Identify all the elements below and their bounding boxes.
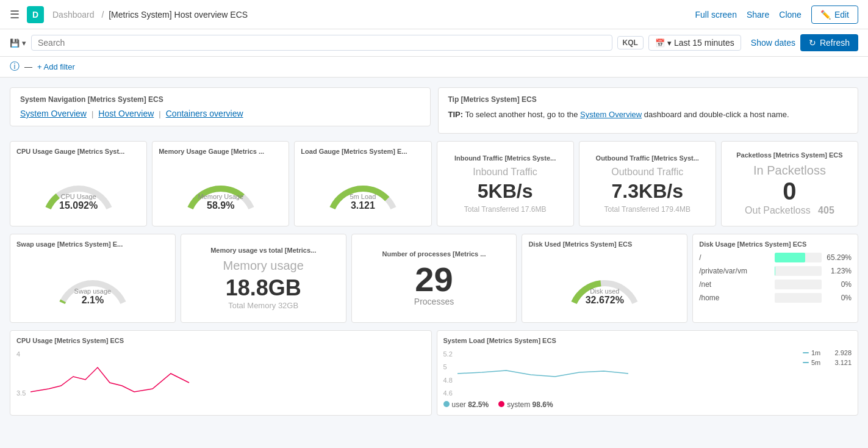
share-link[interactable]: Share [747, 10, 769, 20]
swap-gauge-title: Swap usage [Metrics System] E... [16, 240, 169, 248]
outbound-traffic-card: Outbound Traffic [Metrics Syst... Outbou… [579, 141, 716, 226]
disk-usage-title: Disk Usage [Metrics System] ECS [699, 240, 852, 248]
mem-total-sub: Total Memory 32GB [228, 301, 298, 310]
add-filter-bar: ⓘ — + Add filter [0, 57, 868, 78]
memory-gauge-title: Memory Usage Gauge [Metrics ... [159, 148, 282, 155]
metrics-row-2: Swap usage [Metrics System] E... Swap us… [10, 234, 858, 323]
pencil-icon: ✏️ [820, 10, 831, 20]
system-load-legend: 1m 2.928 5m 3.121 [803, 349, 852, 398]
cpu-chart-title: CPU Usage [Metrics System] ECS [16, 337, 425, 344]
breadcrumb: Dashboard / [Metrics System] Host overvi… [50, 10, 248, 20]
memory-gauge-label: Memory Usage 58.9% [198, 193, 243, 211]
processes-value: 29 [415, 262, 453, 297]
nav-sep-1: | [91, 109, 93, 118]
refresh-button[interactable]: ↻ Refresh [800, 34, 858, 51]
edit-button[interactable]: ✏️ Edit [811, 5, 858, 24]
cpu-chart-card: CPU Usage [Metrics System] ECS 4 3.5 [10, 330, 432, 416]
disk-bar-row: /65.29% [699, 253, 852, 262]
inbound-traffic-title: Inbound Traffic [Metrics Syste... [454, 154, 556, 162]
inbound-value: 5KB/s [478, 180, 533, 203]
disk-used-title: Disk Used [Metrics System] ECS [528, 240, 681, 248]
info-icon[interactable]: ⓘ [10, 60, 20, 73]
load-gauge-label: 5m Load 3.121 [350, 193, 376, 211]
inbound-label: Inbound Traffic [473, 167, 537, 178]
load-gauge-wrap: 5m Load 3.121 [326, 168, 400, 211]
fullscreen-link[interactable]: Full screen [695, 10, 736, 20]
swap-gauge-label: Swap usage 2.1% [74, 287, 112, 306]
kql-badge[interactable]: KQL [617, 36, 644, 49]
swap-gauge-container: Swap usage 2.1% [16, 253, 169, 316]
cpu-gauge-container: CPU Usage 15.092% [16, 160, 140, 220]
load-gauge-container: 5m Load 3.121 [301, 160, 425, 220]
search-input[interactable] [38, 38, 606, 48]
memory-gauge-card: Memory Usage Gauge [Metrics ... Memory U… [152, 141, 289, 226]
save-filter[interactable]: 💾 ▾ [10, 38, 26, 48]
nav-link-host-overview[interactable]: Host Overview [98, 109, 154, 118]
cpu-chart-svg [30, 349, 425, 398]
logo-badge: D [27, 6, 44, 23]
disk-bar-track [775, 293, 822, 303]
disk-bars: /65.29%/private/var/vm1.23%/net0%/home0% [699, 253, 852, 306]
cpu-gauge-name: CPU Usage [59, 193, 98, 200]
tip-panel: Tip [Metrics System] ECS TIP: To select … [438, 87, 859, 134]
swap-gauge-name: Swap usage [74, 287, 112, 295]
top-nav: ☰ D Dashboard / [Metrics System] Host ov… [0, 0, 868, 29]
mem-total-value: 18.8GB [226, 275, 301, 301]
tip-text-2: dashboard and double-click a host name. [644, 110, 789, 119]
disk-bar-pct: 0% [824, 294, 852, 302]
save-icon: 💾 [10, 38, 20, 48]
nav-links: System Overview | Host Overview | Contai… [20, 109, 420, 118]
memory-gauge-name: Memory Usage [198, 193, 243, 200]
time-chevron: ▾ [667, 38, 672, 48]
breadcrumb-separator: / [101, 10, 104, 20]
nav-link-containers[interactable]: Containers overview [166, 109, 243, 118]
disk-bar-label: /home [699, 294, 772, 302]
disk-bar-pct: 1.23% [824, 267, 852, 275]
disk-bar-row: /private/var/vm1.23% [699, 266, 852, 276]
nav-sep-2: | [159, 109, 160, 118]
outbound-label: Outbound Traffic [611, 167, 683, 178]
disk-bar-track [775, 280, 822, 289]
processes-title: Number of processes [Metrics ... [382, 250, 486, 258]
add-filter-link[interactable]: + Add filter [37, 62, 75, 71]
top-nav-actions: Full screen Share Clone ✏️ Edit [695, 5, 858, 24]
cpu-gauge-card: CPU Usage Gauge [Metrics Syst... CPU Usa… [10, 141, 147, 226]
nav-link-system-overview[interactable]: System Overview [20, 109, 87, 118]
time-label: Last 15 minutes [674, 38, 734, 48]
disk-bar-row: /home0% [699, 293, 852, 303]
show-dates-link[interactable]: Show dates [751, 38, 795, 48]
tip-bold: TIP: [448, 110, 464, 119]
tip-system-overview-link[interactable]: System Overview [580, 110, 642, 119]
disk-bar-track [775, 253, 822, 262]
clone-link[interactable]: Clone [779, 10, 802, 20]
load-gauge-value: 3.121 [350, 200, 376, 211]
filter-bar: 💾 ▾ KQL 📅 ▾ Last 15 minutes Show dates ↻… [0, 29, 868, 57]
tip-text-1: To select another host, go to the [465, 110, 580, 119]
system-load-legend-row: user 82.5% system 98.6% [443, 400, 852, 409]
system-load-card: System Load [Metrics System] ECS 5.2 5 4… [437, 330, 859, 416]
breadcrumb-base[interactable]: Dashboard [52, 10, 95, 20]
hamburger-icon[interactable]: ☰ [10, 8, 20, 21]
disk-bar-pct: 65.29% [824, 253, 852, 262]
mem-total-label: Memory usage [223, 259, 304, 273]
inbound-traffic-card: Inbound Traffic [Metrics Syste... Inboun… [437, 141, 574, 226]
processes-label: Processes [414, 297, 454, 306]
system-load-svg [457, 349, 798, 398]
refresh-icon: ↻ [809, 38, 816, 48]
memory-gauge-wrap: Memory Usage 58.9% [184, 168, 257, 211]
filter-separator: — [24, 62, 32, 71]
tip-panel-title: Tip [Metrics System] ECS [448, 95, 848, 104]
time-picker[interactable]: 📅 ▾ Last 15 minutes [648, 35, 741, 51]
disk-used-card: Disk Used [Metrics System] ECS Disk used… [522, 234, 687, 323]
outbound-traffic-title: Outbound Traffic [Metrics Syst... [596, 154, 699, 162]
load-gauge-title: Load Gauge [Metrics System] E... [301, 148, 425, 155]
outbound-value: 7.3KB/s [612, 180, 683, 203]
disk-bar-pct: 0% [824, 280, 852, 289]
cpu-gauge-wrap: CPU Usage 15.092% [42, 168, 115, 211]
nav-panel-title: System Navigation [Metrics System] ECS [20, 95, 420, 104]
disk-used-gauge-wrap: Disk used 32.672% [568, 263, 641, 306]
swap-gauge-wrap: Swap usage 2.1% [56, 263, 129, 306]
tip-content: TIP: To select another host, go to the S… [448, 109, 848, 121]
cpu-gauge-label: CPU Usage 15.092% [59, 193, 98, 211]
load-gauge-card: Load Gauge [Metrics System] E... 5m Load… [294, 141, 431, 226]
